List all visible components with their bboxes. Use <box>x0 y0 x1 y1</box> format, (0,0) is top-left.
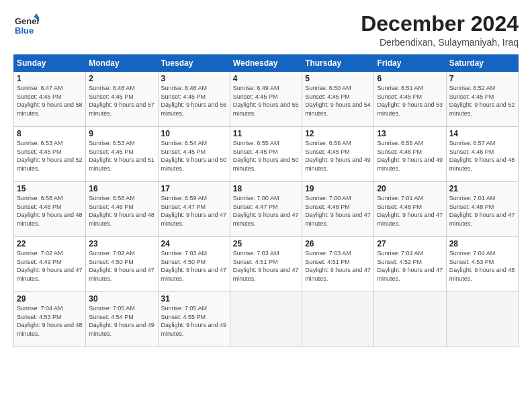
day-info: Sunrise: 7:03 AMSunset: 4:51 PMDaylight:… <box>305 249 371 283</box>
day-number: 14 <box>449 129 515 138</box>
day-info: Sunrise: 7:05 AMSunset: 4:54 PMDaylight:… <box>89 304 154 338</box>
day-info: Sunrise: 7:03 AMSunset: 4:50 PMDaylight:… <box>161 249 227 283</box>
calendar-cell <box>446 292 518 347</box>
day-number: 6 <box>377 74 443 83</box>
calendar-week-row: 22Sunrise: 7:02 AMSunset: 4:49 PMDayligh… <box>14 237 519 292</box>
day-info: Sunrise: 6:47 AMSunset: 4:45 PMDaylight:… <box>17 84 83 118</box>
day-number: 31 <box>161 294 227 304</box>
calendar-page: General Blue December 2024 Derbendixan, … <box>0 0 532 411</box>
calendar-cell: 21Sunrise: 7:01 AMSunset: 4:48 PMDayligh… <box>446 182 518 237</box>
day-number: 30 <box>89 294 154 304</box>
day-info: Sunrise: 7:04 AMSunset: 4:53 PMDaylight:… <box>449 249 515 283</box>
day-info: Sunrise: 7:05 AMSunset: 4:55 PMDaylight:… <box>161 304 227 338</box>
day-of-week-header: Wednesday <box>230 55 302 72</box>
calendar-cell: 14Sunrise: 6:57 AMSunset: 4:46 PMDayligh… <box>446 127 518 182</box>
calendar-cell: 18Sunrise: 7:00 AMSunset: 4:47 PMDayligh… <box>230 182 302 237</box>
calendar-cell: 11Sunrise: 6:55 AMSunset: 4:45 PMDayligh… <box>230 127 302 182</box>
calendar-week-row: 1Sunrise: 6:47 AMSunset: 4:45 PMDaylight… <box>14 72 519 127</box>
day-info: Sunrise: 6:59 AMSunset: 4:47 PMDaylight:… <box>161 194 227 228</box>
day-number: 13 <box>377 129 443 138</box>
day-number: 5 <box>305 74 371 83</box>
day-info: Sunrise: 7:01 AMSunset: 4:48 PMDaylight:… <box>377 194 443 228</box>
calendar-cell: 5Sunrise: 6:50 AMSunset: 4:45 PMDaylight… <box>302 72 374 127</box>
calendar-cell: 2Sunrise: 6:48 AMSunset: 4:45 PMDaylight… <box>86 72 158 127</box>
calendar-cell: 23Sunrise: 7:02 AMSunset: 4:50 PMDayligh… <box>86 237 158 292</box>
day-info: Sunrise: 6:49 AMSunset: 4:45 PMDaylight:… <box>233 84 299 118</box>
calendar-cell: 24Sunrise: 7:03 AMSunset: 4:50 PMDayligh… <box>158 237 230 292</box>
day-of-week-header: Saturday <box>446 55 518 72</box>
day-info: Sunrise: 7:04 AMSunset: 4:52 PMDaylight:… <box>377 249 443 283</box>
day-number: 11 <box>233 129 299 138</box>
day-number: 19 <box>305 184 371 193</box>
day-info: Sunrise: 6:53 AMSunset: 4:45 PMDaylight:… <box>89 139 154 173</box>
day-number: 18 <box>233 184 299 193</box>
calendar-cell: 19Sunrise: 7:00 AMSunset: 4:48 PMDayligh… <box>302 182 374 237</box>
day-number: 7 <box>449 74 515 83</box>
calendar-cell: 27Sunrise: 7:04 AMSunset: 4:52 PMDayligh… <box>374 237 446 292</box>
calendar-cell: 28Sunrise: 7:04 AMSunset: 4:53 PMDayligh… <box>446 237 518 292</box>
calendar-cell <box>302 292 374 347</box>
day-info: Sunrise: 7:01 AMSunset: 4:48 PMDaylight:… <box>449 194 515 228</box>
day-number: 1 <box>17 74 83 83</box>
day-number: 26 <box>305 239 371 248</box>
day-info: Sunrise: 6:50 AMSunset: 4:45 PMDaylight:… <box>305 84 371 118</box>
calendar-cell: 6Sunrise: 6:51 AMSunset: 4:45 PMDaylight… <box>374 72 446 127</box>
day-info: Sunrise: 7:04 AMSunset: 4:53 PMDaylight:… <box>17 304 83 338</box>
day-info: Sunrise: 6:54 AMSunset: 4:45 PMDaylight:… <box>161 139 227 173</box>
day-of-week-header: Friday <box>374 55 446 72</box>
day-number: 10 <box>161 129 227 138</box>
logo: General Blue <box>13 12 39 38</box>
calendar-cell: 20Sunrise: 7:01 AMSunset: 4:48 PMDayligh… <box>374 182 446 237</box>
calendar-cell: 29Sunrise: 7:04 AMSunset: 4:53 PMDayligh… <box>14 292 86 347</box>
calendar-cell: 25Sunrise: 7:03 AMSunset: 4:51 PMDayligh… <box>230 237 302 292</box>
day-number: 24 <box>161 239 227 248</box>
month-title: December 2024 <box>361 12 519 36</box>
day-of-week-header: Tuesday <box>158 55 230 72</box>
calendar-week-row: 29Sunrise: 7:04 AMSunset: 4:53 PMDayligh… <box>14 292 519 347</box>
calendar-cell: 17Sunrise: 6:59 AMSunset: 4:47 PMDayligh… <box>158 182 230 237</box>
day-number: 23 <box>89 239 154 248</box>
day-info: Sunrise: 7:02 AMSunset: 4:49 PMDaylight:… <box>17 249 83 283</box>
day-number: 20 <box>377 184 443 193</box>
day-number: 4 <box>233 74 299 83</box>
day-number: 8 <box>17 129 83 138</box>
calendar-cell: 30Sunrise: 7:05 AMSunset: 4:54 PMDayligh… <box>86 292 158 347</box>
location: Derbendixan, Sulaymaniyah, Iraq <box>361 37 519 48</box>
day-number: 3 <box>161 74 227 83</box>
day-info: Sunrise: 6:56 AMSunset: 4:46 PMDaylight:… <box>377 139 443 173</box>
day-info: Sunrise: 6:55 AMSunset: 4:45 PMDaylight:… <box>233 139 299 173</box>
calendar-cell: 16Sunrise: 6:58 AMSunset: 4:46 PMDayligh… <box>86 182 158 237</box>
day-info: Sunrise: 6:58 AMSunset: 4:46 PMDaylight:… <box>89 194 154 228</box>
calendar-cell: 13Sunrise: 6:56 AMSunset: 4:46 PMDayligh… <box>374 127 446 182</box>
calendar-week-row: 15Sunrise: 6:58 AMSunset: 4:46 PMDayligh… <box>14 182 519 237</box>
day-number: 15 <box>17 184 83 193</box>
day-number: 28 <box>449 239 515 248</box>
day-info: Sunrise: 6:57 AMSunset: 4:46 PMDaylight:… <box>449 139 515 173</box>
calendar-cell: 31Sunrise: 7:05 AMSunset: 4:55 PMDayligh… <box>158 292 230 347</box>
calendar-week-row: 8Sunrise: 6:53 AMSunset: 4:45 PMDaylight… <box>14 127 519 182</box>
calendar-cell: 12Sunrise: 6:56 AMSunset: 4:45 PMDayligh… <box>302 127 374 182</box>
day-info: Sunrise: 7:00 AMSunset: 4:47 PMDaylight:… <box>233 194 299 228</box>
title-area: December 2024 Derbendixan, Sulaymaniyah,… <box>361 12 519 48</box>
day-number: 29 <box>17 294 83 304</box>
day-of-week-header: Thursday <box>302 55 374 72</box>
day-info: Sunrise: 6:48 AMSunset: 4:45 PMDaylight:… <box>89 84 154 118</box>
day-number: 22 <box>17 239 83 248</box>
day-info: Sunrise: 7:00 AMSunset: 4:48 PMDaylight:… <box>305 194 371 228</box>
day-info: Sunrise: 7:03 AMSunset: 4:51 PMDaylight:… <box>233 249 299 283</box>
day-info: Sunrise: 6:53 AMSunset: 4:45 PMDaylight:… <box>17 139 83 173</box>
day-number: 2 <box>89 74 154 83</box>
day-number: 9 <box>89 129 154 138</box>
calendar-cell: 15Sunrise: 6:58 AMSunset: 4:46 PMDayligh… <box>14 182 86 237</box>
day-number: 21 <box>449 184 515 193</box>
day-number: 16 <box>89 184 154 193</box>
calendar-cell: 9Sunrise: 6:53 AMSunset: 4:45 PMDaylight… <box>86 127 158 182</box>
calendar-cell <box>374 292 446 347</box>
calendar-cell: 22Sunrise: 7:02 AMSunset: 4:49 PMDayligh… <box>14 237 86 292</box>
day-info: Sunrise: 6:58 AMSunset: 4:46 PMDaylight:… <box>17 194 83 228</box>
day-info: Sunrise: 6:56 AMSunset: 4:45 PMDaylight:… <box>305 139 371 173</box>
calendar-table: SundayMondayTuesdayWednesdayThursdayFrid… <box>13 54 519 347</box>
svg-marker-2 <box>34 13 39 17</box>
day-info: Sunrise: 6:51 AMSunset: 4:45 PMDaylight:… <box>377 84 443 118</box>
calendar-cell: 10Sunrise: 6:54 AMSunset: 4:45 PMDayligh… <box>158 127 230 182</box>
